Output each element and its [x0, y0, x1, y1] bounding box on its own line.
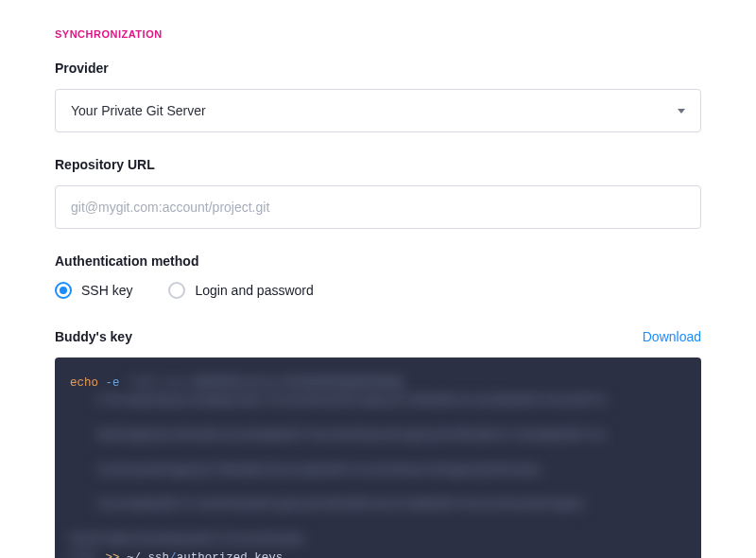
code-token-ssh: ssh — [148, 551, 170, 558]
provider-selected-value: Your Private Git Server — [71, 103, 206, 118]
blurred-key-content: C7Xr9a0e3K2pL5vN8mQ7wR1tY4uI6oP9aS2dF3gH… — [96, 392, 686, 410]
code-token-dot: . — [141, 551, 148, 558]
blurred-key-content: S8dF9gH0jK1lM2nB3vC4xZ5aW6eR7tY8uI9oP0aS… — [96, 427, 686, 445]
code-token-append: >> — [106, 551, 120, 558]
auth-radio-login[interactable]: Login and password — [168, 282, 313, 299]
repo-url-label: Repository URL — [55, 157, 701, 172]
ssh-key-code-block: echo -e "ssh-rsa AAAAB3NzaC1yc2EAAAADAQA… — [55, 357, 701, 558]
code-token-slash: / — [169, 551, 177, 558]
code-token-authkeys: authorized_keys — [177, 551, 284, 558]
auth-method-label: Authentication method — [55, 253, 701, 269]
auth-radio-ssh-label: SSH key — [81, 283, 132, 298]
blurred-key-content: C3xZ4aW5eR6tY7uI8oP9aS0dF1gH2jK3lM4nB5vC… — [96, 497, 686, 514]
provider-label: Provider — [55, 61, 701, 76]
auth-method-field: Authentication method SSH key Login and … — [55, 253, 701, 299]
chevron-down-icon — [678, 109, 685, 113]
blurred-key-content: I2oP3aS4dF5gH6jK7lM8nB9vC0xZ1aW2eR3tY4uI… — [96, 462, 686, 480]
provider-field: Provider Your Private Git Server — [55, 61, 701, 132]
repo-url-input-wrapper — [55, 185, 701, 229]
provider-select[interactable]: Your Private Git Server — [55, 89, 701, 132]
auth-radio-login-label: Login and password — [195, 283, 313, 298]
auth-radio-group: SSH key Login and password — [55, 282, 701, 299]
buddy-key-label: Buddy's key — [55, 329, 132, 344]
code-token-path: ~/ — [127, 551, 141, 558]
download-link[interactable]: Download — [643, 329, 701, 344]
radio-icon — [168, 282, 185, 299]
repo-url-field: Repository URL — [55, 157, 701, 229]
repo-url-input[interactable] — [71, 186, 685, 228]
blurred-key-content: K6lM7nB8vC9xZ0aW1eR2tY3uI4oP5aS6d — [70, 532, 304, 549]
code-token-echo: echo — [70, 376, 98, 390]
auth-radio-ssh[interactable]: SSH key — [55, 282, 132, 299]
buddy-key-header: Buddy's key Download — [55, 329, 701, 344]
blurred-key-content: "ssh-rsa AAAAB3NzaC1yc2EAAAADAQABAAABAQ — [127, 375, 404, 392]
code-token-flag: -e — [106, 376, 120, 390]
radio-icon — [55, 282, 72, 299]
section-heading: Synchronization — [55, 28, 701, 40]
blurred-key-content: F7g" — [70, 549, 98, 558]
